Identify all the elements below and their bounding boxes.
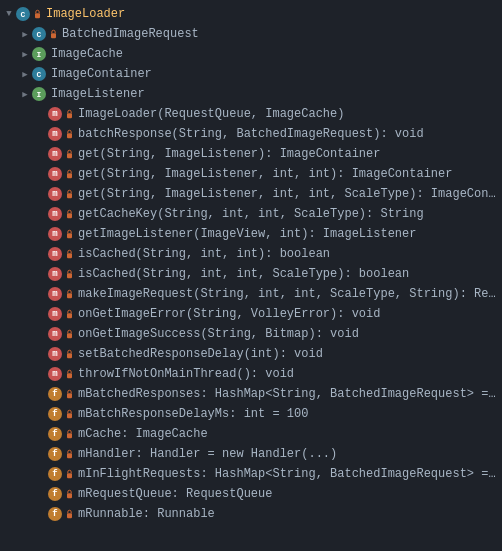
tree-arrow[interactable]: ▶ bbox=[18, 49, 32, 60]
tree-item[interactable]: m makeImageRequest(String, int, int, Sca… bbox=[0, 284, 502, 304]
item-label: BatchedImageRequest bbox=[62, 27, 498, 41]
tree-item[interactable]: m ImageLoader(RequestQueue, ImageCache) bbox=[0, 104, 502, 124]
tree-item[interactable]: ▶CImageContainer bbox=[0, 64, 502, 84]
tree-item[interactable]: m getCacheKey(String, int, int, ScaleTyp… bbox=[0, 204, 502, 224]
item-label: mCache: ImageCache bbox=[78, 427, 498, 441]
tree-item[interactable]: f mHandler: Handler = new Handler(...) bbox=[0, 444, 502, 464]
icon-group: f bbox=[48, 507, 75, 521]
icon-group: m bbox=[48, 327, 75, 341]
lock-icon bbox=[65, 249, 75, 259]
item-label: batchResponse(String, BatchedImageReques… bbox=[78, 127, 498, 141]
tree-item[interactable]: ▼C ImageLoader bbox=[0, 4, 502, 24]
icon-group: m bbox=[48, 127, 75, 141]
class-icon: C bbox=[32, 27, 46, 41]
tree-item[interactable]: ▶IImageCache bbox=[0, 44, 502, 64]
item-label: setBatchedResponseDelay(int): void bbox=[78, 347, 498, 361]
svg-rect-16 bbox=[67, 393, 72, 398]
lock-icon bbox=[65, 449, 75, 459]
svg-rect-9 bbox=[67, 253, 72, 258]
item-label: get(String, ImageListener, int, int, Sca… bbox=[78, 187, 498, 201]
svg-rect-1 bbox=[51, 33, 56, 38]
tree-item[interactable]: f mRequestQueue: RequestQueue bbox=[0, 484, 502, 504]
tree-item[interactable]: m isCached(String, int, int, ScaleType):… bbox=[0, 264, 502, 284]
svg-rect-20 bbox=[67, 473, 72, 478]
field-icon: f bbox=[48, 407, 62, 421]
field-icon: f bbox=[48, 447, 62, 461]
lock-icon bbox=[65, 349, 75, 359]
tree-item[interactable]: m setBatchedResponseDelay(int): void bbox=[0, 344, 502, 364]
tree-item[interactable]: ▶C BatchedImageRequest bbox=[0, 24, 502, 44]
method-icon: m bbox=[48, 167, 62, 181]
icon-group: f bbox=[48, 447, 75, 461]
svg-rect-19 bbox=[67, 453, 72, 458]
svg-rect-5 bbox=[67, 173, 72, 178]
method-icon: m bbox=[48, 247, 62, 261]
svg-rect-6 bbox=[67, 193, 72, 198]
tree-arrow[interactable]: ▶ bbox=[18, 69, 32, 80]
svg-rect-22 bbox=[67, 513, 72, 518]
tree-item[interactable]: m get(String, ImageListener, int, int, S… bbox=[0, 184, 502, 204]
tree-item[interactable]: m batchResponse(String, BatchedImageRequ… bbox=[0, 124, 502, 144]
lock-icon bbox=[65, 269, 75, 279]
svg-rect-17 bbox=[67, 413, 72, 418]
tree-item[interactable]: ▶IImageListener bbox=[0, 84, 502, 104]
icon-group: C bbox=[16, 7, 43, 21]
interface-icon: I bbox=[32, 47, 46, 61]
tree-item[interactable]: m onGetImageError(String, VolleyError): … bbox=[0, 304, 502, 324]
item-label: mRunnable: Runnable bbox=[78, 507, 498, 521]
method-icon: m bbox=[48, 127, 62, 141]
lock-icon bbox=[65, 309, 75, 319]
lock-icon bbox=[33, 9, 43, 19]
tree-item[interactable]: m get(String, ImageListener, int, int): … bbox=[0, 164, 502, 184]
tree-item[interactable]: f mCache: ImageCache bbox=[0, 424, 502, 444]
lock-icon bbox=[65, 389, 75, 399]
tree-arrow[interactable]: ▶ bbox=[18, 29, 32, 40]
tree-container: ▼C ImageLoader▶C BatchedImageRequest▶IIm… bbox=[0, 0, 502, 528]
method-icon: m bbox=[48, 267, 62, 281]
icon-group: f bbox=[48, 467, 75, 481]
icon-group: I bbox=[32, 47, 48, 61]
method-icon: m bbox=[48, 307, 62, 321]
tree-item[interactable]: m get(String, ImageListener): ImageConta… bbox=[0, 144, 502, 164]
method-icon: m bbox=[48, 327, 62, 341]
item-label: ImageContainer bbox=[51, 67, 498, 81]
tree-item[interactable]: m throwIfNotOnMainThread(): void bbox=[0, 364, 502, 384]
item-label: get(String, ImageListener): ImageContain… bbox=[78, 147, 498, 161]
item-label: ImageCache bbox=[51, 47, 498, 61]
tree-item[interactable]: m getImageListener(ImageView, int): Imag… bbox=[0, 224, 502, 244]
method-icon: m bbox=[48, 207, 62, 221]
tree-arrow[interactable]: ▶ bbox=[18, 89, 32, 100]
icon-group: f bbox=[48, 407, 75, 421]
svg-rect-8 bbox=[67, 233, 72, 238]
tree-item[interactable]: m isCached(String, int, int): boolean bbox=[0, 244, 502, 264]
tree-item[interactable]: f mInFlightRequests: HashMap<String, Bat… bbox=[0, 464, 502, 484]
item-label: mHandler: Handler = new Handler(...) bbox=[78, 447, 498, 461]
tree-item[interactable]: f mRunnable: Runnable bbox=[0, 504, 502, 524]
lock-icon bbox=[65, 489, 75, 499]
svg-rect-13 bbox=[67, 333, 72, 338]
tree-item[interactable]: f mBatchResponseDelayMs: int = 100 bbox=[0, 404, 502, 424]
svg-rect-15 bbox=[67, 373, 72, 378]
tree-item[interactable]: m onGetImageSuccess(String, Bitmap): voi… bbox=[0, 324, 502, 344]
item-label: makeImageRequest(String, int, int, Scale… bbox=[78, 287, 498, 301]
tree-item[interactable]: f mBatchedResponses: HashMap<String, Bat… bbox=[0, 384, 502, 404]
lock-icon bbox=[65, 329, 75, 339]
icon-group: C bbox=[32, 67, 48, 81]
lock-icon bbox=[65, 429, 75, 439]
svg-rect-21 bbox=[67, 493, 72, 498]
item-label: mRequestQueue: RequestQueue bbox=[78, 487, 498, 501]
item-label: getCacheKey(String, int, int, ScaleType)… bbox=[78, 207, 498, 221]
method-icon: m bbox=[48, 227, 62, 241]
item-label: get(String, ImageListener, int, int): Im… bbox=[78, 167, 498, 181]
icon-group: f bbox=[48, 427, 75, 441]
method-icon: m bbox=[48, 147, 62, 161]
icon-group: m bbox=[48, 307, 75, 321]
icon-group: m bbox=[48, 107, 75, 121]
lock-icon bbox=[65, 169, 75, 179]
svg-rect-18 bbox=[67, 433, 72, 438]
field-icon: f bbox=[48, 467, 62, 481]
tree-arrow[interactable]: ▼ bbox=[2, 9, 16, 19]
lock-icon bbox=[65, 129, 75, 139]
item-label: isCached(String, int, int, ScaleType): b… bbox=[78, 267, 498, 281]
svg-rect-12 bbox=[67, 313, 72, 318]
